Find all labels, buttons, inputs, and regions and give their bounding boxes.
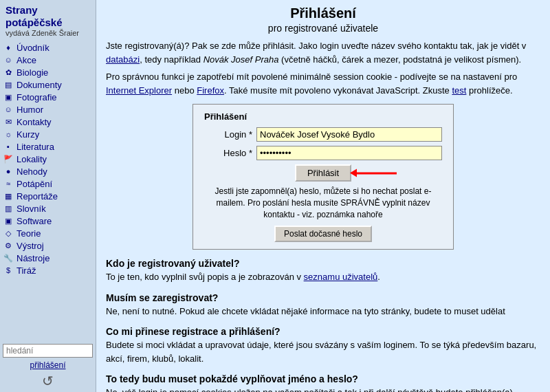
section1-text: To je ten, kdo vyplnil svůj popis a je z… (106, 270, 540, 284)
section1-heading: Kdo je registrovaný uživatel? (106, 258, 540, 269)
fotografie-icon: ▣ (3, 91, 14, 102)
sidebar-item-dokumenty[interactable]: ▤Dokumenty (0, 78, 96, 91)
diamond-icon: ♦ (3, 42, 14, 53)
sidebar-item-nehody[interactable]: ●Nehody (0, 165, 96, 177)
sidebar-item-nastroje[interactable]: 🔧Nástroje (0, 252, 96, 264)
site-title: Stranypotápěčské (6, 4, 90, 29)
section2-text: Ne, není to nutné. Pokud ale chcete vklá… (106, 305, 540, 318)
sidebar-item-humor[interactable]: ☺Humor (0, 103, 96, 116)
slovnik-icon: ▥ (3, 203, 14, 214)
password-label: Heslo * (204, 148, 252, 158)
login-input[interactable] (256, 127, 442, 142)
sidebar-item-lokality[interactable]: 🚩Lokality (0, 153, 96, 165)
section2-heading: Musím se zaregistrovat? (106, 292, 540, 303)
biologie-icon: ✿ (3, 67, 14, 78)
password-input[interactable] (256, 146, 442, 160)
sidebar-header: Stranypotápěčské vydává Zdeněk Šraier (0, 0, 96, 39)
sidebar-item-akce[interactable]: ☺Akce (0, 54, 96, 66)
sidebar: Stranypotápěčské vydává Zdeněk Šraier ♦Ú… (0, 0, 96, 392)
nehody-icon: ● (3, 166, 14, 177)
seznam-link[interactable]: seznamu uživatelů (304, 272, 378, 282)
databazi-link[interactable]: databázi (106, 54, 140, 65)
page-title: Přihlášení (106, 6, 540, 21)
submit-row: Přihlásit (204, 164, 442, 182)
sidebar-item-potapeni[interactable]: ≈Potápění (0, 177, 96, 190)
reportaze-icon: ▦ (3, 190, 14, 202)
prihlaseni-link[interactable]: přihlášení (0, 360, 96, 370)
login-label: Login * (204, 129, 252, 140)
vystroj-icon: ⚙ (3, 240, 14, 251)
site-subtitle: vydává Zdeněk Šraier (6, 29, 90, 37)
sidebar-item-vystroj[interactable]: ⚙Výstroj (0, 239, 96, 252)
sidebar-item-software[interactable]: ▣Software (0, 215, 96, 227)
akce-icon: ☺ (3, 54, 14, 65)
dokumenty-icon: ▤ (3, 79, 14, 90)
page-subtitle: pro registrované uživatele (106, 23, 540, 34)
submit-button[interactable]: Přihlásit (295, 164, 351, 182)
section3-text: Budete si moci vkládat a upravovat údaje… (106, 338, 540, 365)
kontakty-icon: ✉ (3, 116, 14, 127)
main-content: Přihlášení pro registrované uživatele Js… (96, 0, 550, 392)
ie-link[interactable]: Internet Explorer (106, 85, 172, 96)
sidebar-nav: ♦Úvodník ☺Akce ✿Biologie ▤Dokumenty ▣Fot… (0, 41, 96, 340)
refresh-icon[interactable]: ↺ (42, 373, 54, 389)
literatura-icon: ▪ (3, 141, 14, 152)
intro-paragraph-1: Jste registrovaný(á)? Pak se zde může př… (106, 39, 540, 66)
sidebar-item-reportaze[interactable]: ▦Reportáže (0, 190, 96, 202)
sidebar-item-kurzy[interactable]: ☼Kurzy (0, 128, 96, 140)
intro-paragraph-2: Pro správnou funkci je zapotřebí mít pov… (106, 70, 540, 97)
sidebar-item-fotografie[interactable]: ▣Fotografie (0, 91, 96, 103)
sidebar-item-literatura[interactable]: ▪Literatura (0, 140, 96, 153)
sidebar-item-slovnik[interactable]: ▥Slovník (0, 202, 96, 215)
teorie-icon: ◇ (3, 228, 14, 239)
sidebar-bottom: ↺ (0, 370, 96, 392)
sidebar-item-tiraz[interactable]: $Tiráž (0, 264, 96, 276)
tiraz-icon: $ (3, 265, 14, 276)
software-icon: ▣ (3, 215, 14, 226)
login-form-title: Přihlášení (204, 111, 442, 122)
firefox-link[interactable]: Firefox (197, 85, 224, 96)
send-password-button[interactable]: Poslat dočasné heslo (274, 226, 372, 242)
sidebar-item-teorie[interactable]: ◇Teorie (0, 227, 96, 239)
lokality-icon: 🚩 (3, 153, 14, 164)
search-box (3, 344, 93, 358)
nastroje-icon: 🔧 (3, 252, 14, 263)
sidebar-item-kontakty[interactable]: ✉Kontakty (0, 116, 96, 128)
login-form-container: Přihlášení Login * Heslo * Přihlásit Jes… (192, 104, 454, 250)
password-row: Heslo * (204, 146, 442, 160)
search-input[interactable] (3, 344, 93, 358)
send-password-row: Poslat dočasné heslo (204, 226, 442, 242)
login-row: Login * (204, 127, 442, 142)
section4-text: Ne, váš login je pomocí cookies uložen n… (106, 386, 540, 392)
forgot-password-text: Jestli jste zapomněl(a) heslo, můžete si… (204, 186, 442, 220)
section4-heading: To tedy budu muset pokaždé vyplňovat jmé… (106, 373, 540, 384)
sidebar-item-biologie[interactable]: ✿Biologie (0, 66, 96, 78)
sidebar-item-uvodnik[interactable]: ♦Úvodník (0, 41, 96, 54)
humor-icon: ☺ (3, 104, 14, 115)
test-link[interactable]: test (452, 85, 466, 96)
section3-heading: Co mi přinese registrace a přihlášení? (106, 326, 540, 337)
potapeni-icon: ≈ (3, 178, 14, 189)
kurzy-icon: ☼ (3, 129, 14, 140)
